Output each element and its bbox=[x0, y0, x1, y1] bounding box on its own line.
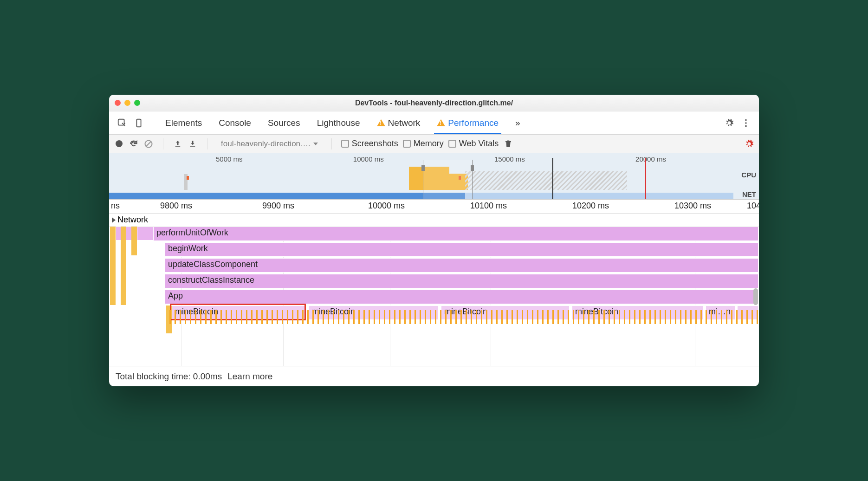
separator bbox=[331, 138, 332, 150]
inspect-element-icon[interactable] bbox=[116, 117, 129, 130]
flame-sliver[interactable] bbox=[110, 227, 116, 305]
status-footer: Total blocking time: 0.00ms Learn more bbox=[109, 366, 759, 386]
ruler-tick: 10000 ms bbox=[368, 201, 405, 211]
ruler-tick: 10300 ms bbox=[674, 201, 711, 211]
download-icon[interactable] bbox=[188, 139, 198, 149]
ruler-tick: 10200 ms bbox=[572, 201, 609, 211]
screenshots-checkbox[interactable]: Screenshots bbox=[341, 139, 398, 149]
selection-handle-right[interactable] bbox=[471, 165, 474, 171]
maximize-window-button[interactable] bbox=[134, 100, 140, 106]
svg-point-3 bbox=[745, 119, 747, 121]
marker-line bbox=[552, 158, 553, 199]
tick-label: 5000 ms bbox=[216, 155, 243, 163]
tick-label: 20000 ms bbox=[635, 155, 666, 163]
svg-rect-1 bbox=[136, 119, 141, 127]
settings-gear-icon[interactable] bbox=[723, 117, 736, 130]
tbt-text: Total blocking time: 0.00ms bbox=[116, 371, 222, 382]
expand-arrow-icon bbox=[112, 217, 116, 223]
flame-performunitofwork[interactable]: performUnitOfWork bbox=[153, 227, 758, 241]
flame-app[interactable]: App bbox=[165, 290, 758, 304]
overview-selection[interactable] bbox=[423, 160, 472, 199]
clear-button[interactable] bbox=[143, 139, 154, 149]
window-titlebar: DevTools - foul-heavenly-direction.glitc… bbox=[109, 95, 759, 111]
section-title: Network bbox=[117, 215, 148, 225]
devtools-window: DevTools - foul-heavenly-direction.glitc… bbox=[109, 95, 759, 386]
tab-console[interactable]: Console bbox=[210, 111, 259, 134]
capture-settings-gear-icon[interactable] bbox=[744, 139, 754, 149]
more-label: » bbox=[515, 118, 520, 128]
separator bbox=[207, 138, 207, 150]
tab-lighthouse[interactable]: Lighthouse bbox=[309, 111, 369, 134]
tabs-overflow[interactable]: » bbox=[507, 111, 529, 134]
profile-selector[interactable]: foul-heavenly-direction…. bbox=[217, 137, 322, 151]
ruler-tick: 9800 ms bbox=[160, 201, 192, 211]
flame-constructclassinstance[interactable]: constructClassInstance bbox=[165, 274, 758, 288]
separator bbox=[163, 138, 163, 150]
net-label: NET bbox=[742, 190, 756, 198]
flame-sliver[interactable] bbox=[131, 227, 137, 255]
tick-label: 15000 ms bbox=[494, 155, 525, 163]
network-section-header[interactable]: Network bbox=[109, 214, 759, 227]
checkbox-label: Web Vitals bbox=[459, 139, 499, 149]
tab-elements[interactable]: Elements bbox=[157, 111, 210, 134]
scrollbar-thumb[interactable] bbox=[753, 288, 758, 305]
flame-beginwork[interactable]: beginWork bbox=[165, 242, 758, 257]
minimize-window-button[interactable] bbox=[124, 100, 130, 106]
checkbox-label: Memory bbox=[414, 139, 444, 149]
flame-chart[interactable]: performUnitOfWork beginWork updateClassC… bbox=[109, 227, 759, 366]
checkbox-label: Screenshots bbox=[352, 139, 398, 149]
net-overview bbox=[109, 193, 733, 199]
microtask-ticks bbox=[169, 310, 759, 324]
memory-checkbox[interactable]: Memory bbox=[403, 139, 444, 149]
tab-label: Console bbox=[219, 118, 251, 128]
webvitals-checkbox[interactable]: Web Vitals bbox=[448, 139, 499, 149]
warning-icon bbox=[377, 119, 385, 126]
ruler-tick: 10100 ms bbox=[470, 201, 507, 211]
svg-point-5 bbox=[745, 125, 747, 127]
marker-line-red bbox=[645, 158, 646, 199]
close-window-button[interactable] bbox=[115, 100, 121, 106]
performance-toolbar: foul-heavenly-direction…. Screenshots Me… bbox=[109, 135, 759, 153]
record-button[interactable] bbox=[114, 139, 124, 149]
timeline-overview[interactable]: 5000 ms 10000 ms 15000 ms 20000 ms CPU N… bbox=[109, 153, 759, 200]
selection-handle-left[interactable] bbox=[421, 165, 425, 171]
reload-button[interactable] bbox=[129, 139, 139, 149]
svg-line-7 bbox=[146, 142, 151, 146]
tab-performance[interactable]: Performance bbox=[428, 111, 507, 134]
tab-label: Elements bbox=[165, 118, 202, 128]
dropdown-caret-icon bbox=[313, 143, 318, 145]
traffic-lights bbox=[115, 100, 140, 106]
ruler-tick: 104 bbox=[747, 201, 759, 211]
tab-label: Performance bbox=[448, 118, 499, 128]
selector-text: foul-heavenly-direction…. bbox=[221, 139, 311, 149]
flame-updateclasscomponent[interactable]: updateClassComponent bbox=[165, 258, 758, 273]
ruler-tick: ns bbox=[111, 201, 120, 211]
cpu-label: CPU bbox=[741, 171, 756, 179]
tab-label: Network bbox=[388, 118, 421, 128]
tick-label: 10000 ms bbox=[353, 155, 384, 163]
ruler-tick: 9900 ms bbox=[262, 201, 294, 211]
tab-network[interactable]: Network bbox=[369, 111, 429, 134]
kebab-menu-icon[interactable] bbox=[739, 117, 752, 130]
tab-label: Sources bbox=[268, 118, 300, 128]
window-title: DevTools - foul-heavenly-direction.glitc… bbox=[355, 99, 513, 107]
trash-icon[interactable] bbox=[503, 139, 513, 149]
device-toolbar-icon[interactable] bbox=[132, 117, 145, 130]
separator bbox=[152, 117, 152, 129]
warning-icon bbox=[437, 119, 445, 126]
tab-label: Lighthouse bbox=[317, 118, 360, 128]
upload-icon[interactable] bbox=[173, 139, 183, 149]
tab-sources[interactable]: Sources bbox=[259, 111, 309, 134]
svg-point-4 bbox=[745, 122, 747, 124]
learn-more-link[interactable]: Learn more bbox=[227, 371, 272, 382]
devtools-tabbar: Elements Console Sources Lighthouse Netw… bbox=[109, 111, 759, 135]
timeline-ruler[interactable]: ns 9800 ms 9900 ms 10000 ms 10100 ms 102… bbox=[109, 200, 759, 214]
